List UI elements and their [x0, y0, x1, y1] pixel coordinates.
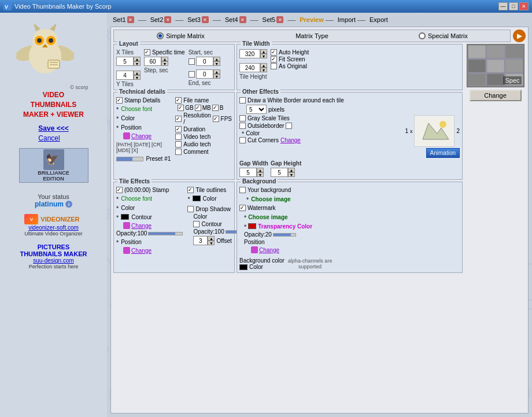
tile-height-down[interactable]: ▼ [260, 68, 267, 72]
wm-change-link[interactable]: Change [259, 247, 279, 253]
start-cb[interactable] [189, 58, 195, 65]
b-cb[interactable] [212, 105, 219, 111]
step-input[interactable] [144, 57, 161, 66]
fit-screen-cb[interactable] [271, 56, 277, 62]
outside-border-extra-cb[interactable] [286, 123, 292, 129]
choose-image-link[interactable]: Choose image [251, 196, 290, 202]
te-position-change-link[interactable]: Change [131, 248, 152, 254]
drop-shadow-cb[interactable] [187, 206, 194, 212]
as-original-cb[interactable] [271, 63, 277, 69]
stamp-change-link[interactable]: Change [131, 133, 152, 139]
audio-tech-cb[interactable] [175, 141, 182, 147]
tab-set2[interactable]: Set2 ✕ [148, 15, 174, 24]
start-up[interactable]: ▲ [213, 57, 220, 61]
svg-point-10 [37, 38, 42, 43]
stamp-cb[interactable] [116, 187, 123, 193]
end-down[interactable]: ▼ [213, 74, 220, 79]
video-tech-cb[interactable] [175, 134, 182, 140]
videonizer-link[interactable]: videonizer-soft.com [24, 224, 82, 231]
offset-input[interactable] [193, 236, 208, 245]
matrix-type-option[interactable]: Matrix Type [246, 31, 378, 40]
pictures-link[interactable]: suu-design.com [20, 257, 87, 264]
cancel-button[interactable]: Cancel [38, 134, 68, 142]
te-choose-font-link[interactable]: Choose font [121, 195, 152, 202]
info-icon[interactable]: i [65, 201, 72, 208]
next-arrow[interactable]: ▶ [513, 29, 526, 42]
mb-cb[interactable] [195, 105, 201, 111]
special-matrix-radio[interactable] [419, 32, 426, 39]
x-tiles-down[interactable]: ▼ [134, 61, 141, 66]
stamp-details-cb[interactable] [116, 97, 123, 104]
tile-outlines-cb[interactable] [187, 187, 194, 193]
step-down[interactable]: ▼ [161, 61, 168, 66]
ds-contour-cb[interactable] [193, 221, 200, 227]
gap-height-up[interactable]: ▲ [288, 168, 295, 172]
step-up[interactable]: ▲ [161, 57, 168, 61]
gap-width-input[interactable] [239, 168, 257, 177]
y-tiles-up[interactable]: ▲ [134, 71, 141, 75]
te-change-link[interactable]: Change [131, 223, 152, 229]
y-tiles-down[interactable]: ▼ [134, 75, 141, 80]
gap-width-up[interactable]: ▲ [257, 168, 264, 172]
tab-set4-close[interactable]: ✕ [239, 16, 246, 23]
x-tiles-up[interactable]: ▲ [134, 57, 141, 61]
tile-width-up[interactable]: ▲ [260, 49, 267, 54]
x-tiles-input[interactable] [116, 57, 134, 66]
tile-height-input[interactable] [239, 63, 260, 72]
tab-set4[interactable]: Set4 ✕ [223, 15, 249, 24]
pictures-title[interactable]: PICTURES [20, 243, 87, 250]
preview-change-button[interactable]: Change [470, 90, 522, 101]
specific-time-cb[interactable] [144, 49, 150, 56]
pixel-select[interactable]: 5 [246, 105, 267, 114]
animation-button[interactable]: Animation [426, 148, 460, 158]
tile-width-input[interactable] [239, 49, 260, 58]
cut-corners-change[interactable]: Change [280, 137, 301, 143]
cut-corners-cb[interactable] [239, 137, 246, 143]
watermark-cb[interactable] [239, 205, 246, 211]
start-down[interactable]: ▼ [213, 61, 220, 66]
your-bg-cb[interactable] [239, 187, 246, 193]
tab-preview[interactable]: Preview [300, 16, 324, 23]
duration-cb[interactable] [175, 126, 182, 132]
gap-height-down[interactable]: ▼ [288, 172, 295, 177]
minimize-button[interactable]: — [498, 2, 508, 10]
offset-down[interactable]: ▼ [208, 241, 215, 245]
filename-cb[interactable] [175, 97, 182, 104]
tab-set1[interactable]: Set1 ✕ [110, 15, 136, 24]
start-input[interactable] [196, 57, 213, 66]
gap-width-down[interactable]: ▼ [257, 172, 264, 177]
tile-height-up[interactable]: ▲ [260, 63, 267, 68]
tab-set3[interactable]: Set3 ✕ [185, 15, 211, 24]
title-bar: V Video Thumbnails Maker by Scorp — □ ✕ [0, 0, 532, 13]
end-up[interactable]: ▲ [213, 69, 220, 74]
resolution-cb[interactable] [175, 116, 182, 122]
tile-width-down[interactable]: ▼ [260, 54, 267, 58]
tab-set5[interactable]: Set5 ✕ [260, 15, 286, 24]
gb-cb[interactable] [178, 105, 184, 111]
tab-import[interactable]: Import [338, 16, 356, 23]
outside-border-cb[interactable] [239, 123, 246, 129]
fps-cb[interactable] [213, 116, 219, 122]
gray-scale-cb[interactable] [239, 115, 246, 121]
tab-set2-close[interactable]: ✕ [164, 16, 171, 23]
end-cb[interactable] [189, 71, 195, 78]
save-button[interactable]: Save <<< [38, 124, 68, 132]
gap-height-input[interactable] [271, 168, 288, 177]
special-matrix-option[interactable]: Special Matrix [378, 31, 509, 40]
draw-border-cb[interactable] [239, 97, 246, 104]
wm-choose-image-link[interactable]: Choose image [248, 214, 287, 220]
auto-height-cb[interactable] [271, 49, 277, 56]
tab-export[interactable]: Export [370, 16, 388, 23]
y-tiles-input[interactable] [116, 71, 134, 80]
end-input[interactable] [196, 69, 213, 79]
comment-cb[interactable] [175, 149, 182, 155]
simple-matrix-radio[interactable] [157, 32, 164, 39]
close-button[interactable]: ✕ [519, 2, 529, 10]
offset-up[interactable]: ▲ [208, 236, 215, 241]
tab-set3-close[interactable]: ✕ [202, 16, 209, 23]
maximize-button[interactable]: □ [509, 2, 518, 10]
tab-set1-close[interactable]: ✕ [127, 16, 134, 23]
tab-set5-close[interactable]: ✕ [276, 16, 283, 23]
choose-font-link[interactable]: Choose font [121, 106, 152, 112]
simple-matrix-option[interactable]: Simple Matrix [115, 31, 246, 40]
